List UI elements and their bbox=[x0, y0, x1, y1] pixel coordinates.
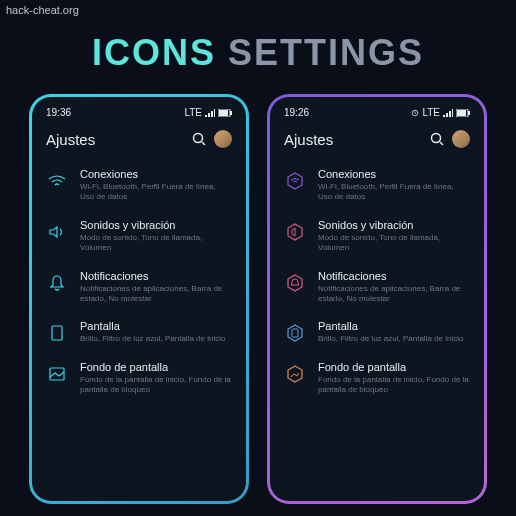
status-time: 19:26 bbox=[284, 107, 309, 118]
phone-screen: 19:26 LTE Ajustes bbox=[270, 97, 484, 501]
wallpaper-icon bbox=[46, 363, 68, 385]
display-icon bbox=[46, 322, 68, 344]
status-bar: 19:36 LTE bbox=[42, 105, 236, 126]
bell-icon bbox=[46, 272, 68, 294]
phone-mockup-purple: 19:26 LTE Ajustes bbox=[267, 94, 487, 504]
search-icon[interactable] bbox=[192, 132, 206, 146]
item-title: Pantalla bbox=[80, 320, 232, 332]
svg-rect-5 bbox=[52, 326, 62, 340]
signal-icon bbox=[443, 109, 453, 117]
item-subtitle: Brillo, Filtro de luz azul, Pantalla de … bbox=[318, 334, 470, 344]
svg-marker-18 bbox=[288, 366, 302, 382]
item-subtitle: Notificaciones de aplicaciones, Barra de… bbox=[318, 284, 470, 305]
settings-header: Ajustes bbox=[280, 126, 474, 160]
item-title: Notificaciones bbox=[80, 270, 232, 282]
status-indicators: LTE bbox=[411, 107, 470, 118]
item-title: Conexiones bbox=[80, 168, 232, 180]
network-label: LTE bbox=[422, 107, 440, 118]
item-subtitle: Modo de sonido, Tono de llamada, Volumen bbox=[80, 233, 232, 254]
header-title: Ajustes bbox=[284, 131, 333, 148]
svg-point-3 bbox=[194, 134, 203, 143]
svg-rect-10 bbox=[468, 111, 470, 115]
item-subtitle: Modo de sonido, Tono de llamada, Volumen bbox=[318, 233, 470, 254]
watermark-text: hack-cheat.org bbox=[6, 4, 79, 16]
setting-display[interactable]: Pantalla Brillo, Filtro de luz azul, Pan… bbox=[42, 312, 236, 352]
item-subtitle: Brillo, Filtro de luz azul, Pantalla de … bbox=[80, 334, 232, 344]
svg-point-11 bbox=[432, 134, 441, 143]
setting-wallpaper[interactable]: Fondo de pantalla Fondo de la pantalla d… bbox=[280, 353, 474, 404]
wallpaper-icon bbox=[284, 363, 306, 385]
item-subtitle: Notificaciones de aplicaciones, Barra de… bbox=[80, 284, 232, 305]
search-icon[interactable] bbox=[430, 132, 444, 146]
svg-rect-9 bbox=[457, 110, 466, 116]
item-title: Pantalla bbox=[318, 320, 470, 332]
item-title: Fondo de pantalla bbox=[80, 361, 232, 373]
item-title: Sonidos y vibración bbox=[318, 219, 470, 231]
setting-connections[interactable]: Conexiones Wi-Fi, Bluetooth, Perfil Fuer… bbox=[280, 160, 474, 211]
item-title: Notificaciones bbox=[318, 270, 470, 282]
svg-rect-1 bbox=[219, 110, 228, 116]
svg-marker-16 bbox=[288, 325, 302, 341]
signal-icon bbox=[205, 109, 215, 117]
setting-connections[interactable]: Conexiones Wi-Fi, Bluetooth, Perfil Fuer… bbox=[42, 160, 236, 211]
item-subtitle: Wi-Fi, Bluetooth, Perfil Fuera de línea,… bbox=[318, 182, 470, 203]
status-indicators: LTE bbox=[184, 107, 232, 118]
svg-line-12 bbox=[440, 142, 443, 145]
svg-marker-15 bbox=[288, 275, 302, 291]
item-title: Sonidos y vibración bbox=[80, 219, 232, 231]
phone-screen: 19:36 LTE Ajustes Conexio bbox=[32, 97, 246, 501]
title-accent: ICONS bbox=[92, 32, 216, 73]
display-icon bbox=[284, 322, 306, 344]
item-subtitle: Fondo de la pantalla de inicio, Fondo de… bbox=[80, 375, 232, 396]
item-subtitle: Fondo de la pantalla de inicio, Fondo de… bbox=[318, 375, 470, 396]
avatar[interactable] bbox=[452, 130, 470, 148]
wifi-icon bbox=[46, 170, 68, 192]
status-time: 19:36 bbox=[46, 107, 71, 118]
phone-mockup-cyan: 19:36 LTE Ajustes Conexio bbox=[29, 94, 249, 504]
setting-display[interactable]: Pantalla Brillo, Filtro de luz azul, Pan… bbox=[280, 312, 474, 352]
sound-icon bbox=[46, 221, 68, 243]
network-label: LTE bbox=[184, 107, 202, 118]
settings-header: Ajustes bbox=[42, 126, 236, 160]
battery-icon bbox=[218, 109, 232, 117]
setting-sounds[interactable]: Sonidos y vibración Modo de sonido, Tono… bbox=[280, 211, 474, 262]
svg-line-4 bbox=[202, 142, 205, 145]
battery-icon bbox=[456, 109, 470, 117]
title-muted: SETTINGS bbox=[228, 32, 424, 73]
setting-sounds[interactable]: Sonidos y vibración Modo de sonido, Tono… bbox=[42, 211, 236, 262]
item-title: Conexiones bbox=[318, 168, 470, 180]
setting-notifications[interactable]: Notificaciones Notificaciones de aplicac… bbox=[280, 262, 474, 313]
svg-rect-2 bbox=[230, 111, 232, 115]
sound-icon bbox=[284, 221, 306, 243]
setting-wallpaper[interactable]: Fondo de pantalla Fondo de la pantalla d… bbox=[42, 353, 236, 404]
alarm-icon bbox=[411, 109, 419, 117]
status-bar: 19:26 LTE bbox=[280, 105, 474, 126]
svg-rect-17 bbox=[292, 329, 298, 337]
header-title: Ajustes bbox=[46, 131, 95, 148]
item-title: Fondo de pantalla bbox=[318, 361, 470, 373]
item-subtitle: Wi-Fi, Bluetooth, Perfil Fuera de línea,… bbox=[80, 182, 232, 203]
phones-row: 19:36 LTE Ajustes Conexio bbox=[0, 94, 516, 504]
wifi-icon bbox=[284, 170, 306, 192]
bell-icon bbox=[284, 272, 306, 294]
setting-notifications[interactable]: Notificaciones Notificaciones de aplicac… bbox=[42, 262, 236, 313]
page-title: ICONS SETTINGS bbox=[0, 32, 516, 74]
avatar[interactable] bbox=[214, 130, 232, 148]
